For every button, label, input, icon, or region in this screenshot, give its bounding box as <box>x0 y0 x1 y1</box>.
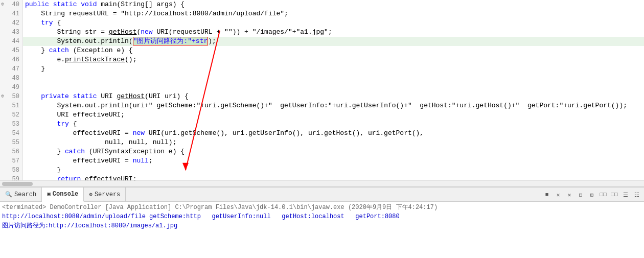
code-token: new <box>141 28 152 36</box>
console-line: <terminated> DemoController [Java Applic… <box>2 203 642 212</box>
line-number-44: 44 <box>0 37 22 46</box>
toolbar-btn-3[interactable]: ⊟ <box>576 190 586 200</box>
line-number-49: 49 <box>0 83 22 92</box>
panel-tab-servers[interactable]: ⚙Servers <box>84 187 126 202</box>
bottom-panel: 🔍Search▣Console⚙Servers ■✕✕⊟⊞□□□□☰☷ <ter… <box>0 186 644 258</box>
code-token: "图片访问路径为:"+str <box>133 37 209 45</box>
line-numbers: 4041424344454647484950515253545556575859… <box>0 0 23 180</box>
code-token: (Exception e) { <box>69 46 133 54</box>
code-token: ); <box>208 37 220 45</box>
code-token: URI <box>97 92 117 100</box>
toolbar-btn-4[interactable]: ⊞ <box>587 190 597 200</box>
code-token <box>25 92 41 100</box>
code-token <box>49 1 53 8</box>
toolbar-btn-7[interactable]: ☰ <box>620 190 631 200</box>
line-number-55: 55 <box>0 138 22 147</box>
code-line-47: } <box>23 64 644 74</box>
code-line-43: String str = getHost(new URI(requestURL … <box>23 28 644 37</box>
code-line-44: System.out.println("图片访问路径为:"+str); <box>23 37 644 46</box>
line-number-41: 41 <box>0 9 22 18</box>
code-token: .println(uri+" getScheme:"+uri.getScheme… <box>97 102 627 109</box>
toolbar-btn-1[interactable]: ✕ <box>553 190 563 200</box>
code-token: out <box>85 102 97 109</box>
code-token: null <box>133 157 149 165</box>
code-token: .println( <box>97 37 132 45</box>
code-token: URI(uri.getScheme(), uri.getUserInfo(), … <box>145 129 424 137</box>
code-line-46: e.printStackTrace(); <box>23 55 644 64</box>
code-token: main(String[] args) { <box>97 1 185 8</box>
code-token: static <box>73 92 97 100</box>
code-content: 4041424344454647484950515253545556575859… <box>0 0 644 180</box>
code-line-42: try { <box>23 18 644 28</box>
code-line-45: } catch (Exception e) { <box>23 46 644 55</box>
code-line-49 <box>23 83 644 92</box>
code-token: (); <box>125 56 136 63</box>
line-number-59: 59 <box>0 175 22 180</box>
code-line-51: System.out.println(uri+" getScheme:"+uri… <box>23 101 644 110</box>
code-token: { <box>53 19 61 27</box>
code-editor: 4041424344454647484950515253545556575859… <box>0 0 644 186</box>
code-token: effectiveURI = <box>25 157 133 165</box>
toolbar-btn-5[interactable]: □□ <box>598 190 608 200</box>
code-token: e. <box>25 56 65 63</box>
code-line-41: String requestURL = "http://localhost:80… <box>23 9 644 18</box>
line-number-58: 58 <box>0 166 22 175</box>
code-line-54: effectiveURI = new URI(uri.getScheme(), … <box>23 129 644 138</box>
panel-tab-search[interactable]: 🔍Search <box>0 187 42 202</box>
line-number-54: 54 <box>0 129 22 138</box>
code-token: URI(requestURL + "")) + "/images/"+"a1.j… <box>153 28 332 36</box>
code-token: URI effectiveURI; <box>25 111 125 119</box>
code-token: effectiveURI = <box>25 129 133 137</box>
code-lines: public static void main(String[] args) {… <box>23 0 644 180</box>
toolbar-btn-8[interactable]: ☷ <box>632 190 642 200</box>
console-line: 图片访问路径为:http://localhost:8080/images/a1.… <box>2 221 642 230</box>
code-line-53: try { <box>23 120 644 129</box>
line-number-42: 42 <box>0 18 22 28</box>
code-token: return <box>57 175 81 180</box>
code-line-59: return effectiveURI; <box>23 175 644 180</box>
code-line-52: URI effectiveURI; <box>23 110 644 120</box>
horizontal-scrollbar[interactable] <box>0 180 644 186</box>
toolbar-btn-0[interactable]: ■ <box>542 190 552 200</box>
panel-tab-console[interactable]: ▣Console <box>42 187 84 202</box>
console-tab-label: Console <box>53 187 78 201</box>
code-token: try <box>41 19 53 27</box>
code-token: private <box>41 92 69 100</box>
code-token: System. <box>25 102 85 109</box>
code-token: String str = <box>25 28 109 36</box>
code-token: } <box>25 65 45 73</box>
line-number-47: 47 <box>0 64 22 74</box>
panel-tabs-wrapper: 🔍Search▣Console⚙Servers ■✕✕⊟⊞□□□□☰☷ <box>0 187 644 202</box>
servers-tab-label: Servers <box>95 187 120 202</box>
code-token: } <box>25 46 49 54</box>
line-number-56: 56 <box>0 147 22 156</box>
code-line-40: public static void main(String[] args) { <box>23 0 644 9</box>
console-content: <terminated> DemoController [Java Applic… <box>0 202 644 258</box>
code-token: printStackTrace <box>65 56 125 63</box>
toolbar-btn-2[interactable]: ✕ <box>564 190 574 200</box>
line-number-43: 43 <box>0 28 22 37</box>
code-token: (URISyntaxException e) { <box>85 148 185 155</box>
line-number-53: 53 <box>0 120 22 129</box>
code-line-58: } <box>23 166 644 175</box>
search-tab-label: Search <box>14 187 36 202</box>
line-number-46: 46 <box>0 55 22 64</box>
code-line-57: effectiveURI = null; <box>23 156 644 166</box>
line-number-52: 52 <box>0 110 22 120</box>
scroll-thumb[interactable] <box>2 182 33 186</box>
panel-toolbar: ■✕✕⊟⊞□□□□☰☷ <box>542 187 644 202</box>
code-line-55: null, null, null); <box>23 138 644 147</box>
code-line-50: private static URI getHost(URI uri) { <box>23 92 644 101</box>
line-number-48: 48 <box>0 74 22 83</box>
code-token: catch <box>65 148 85 155</box>
code-token: null, null, null); <box>25 138 176 146</box>
code-token: new <box>133 129 145 137</box>
code-token <box>69 92 73 100</box>
console-tab-icon: ▣ <box>47 187 51 201</box>
code-token: try <box>57 120 68 128</box>
code-token: getHost <box>109 28 137 36</box>
code-token: (URI uri) { <box>145 92 189 100</box>
code-token <box>25 120 57 128</box>
toolbar-btn-6[interactable]: □□ <box>609 190 619 200</box>
code-line-56: } catch (URISyntaxException e) { <box>23 147 644 156</box>
